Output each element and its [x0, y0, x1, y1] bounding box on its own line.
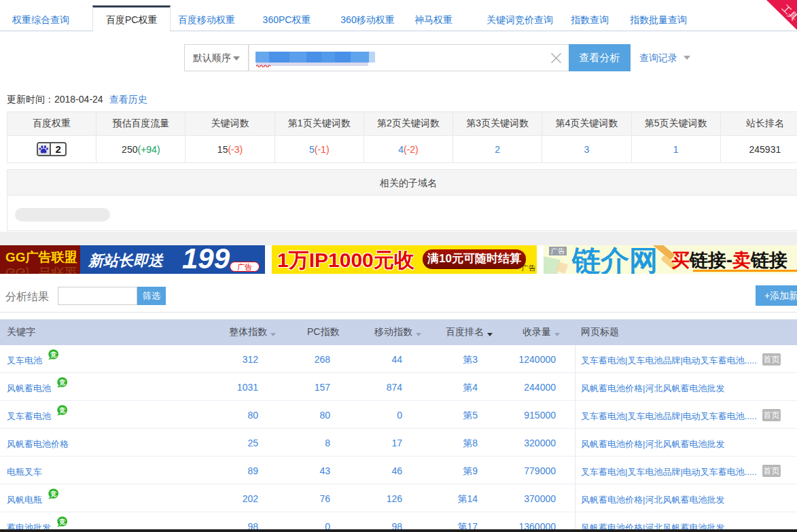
svg-text:竞: 竞: [50, 350, 57, 357]
svg-text:竞: 竞: [59, 378, 66, 385]
svg-text:竞: 竞: [59, 406, 66, 413]
svg-text:竞: 竞: [59, 518, 66, 525]
svg-text:竞: 竞: [50, 490, 57, 497]
